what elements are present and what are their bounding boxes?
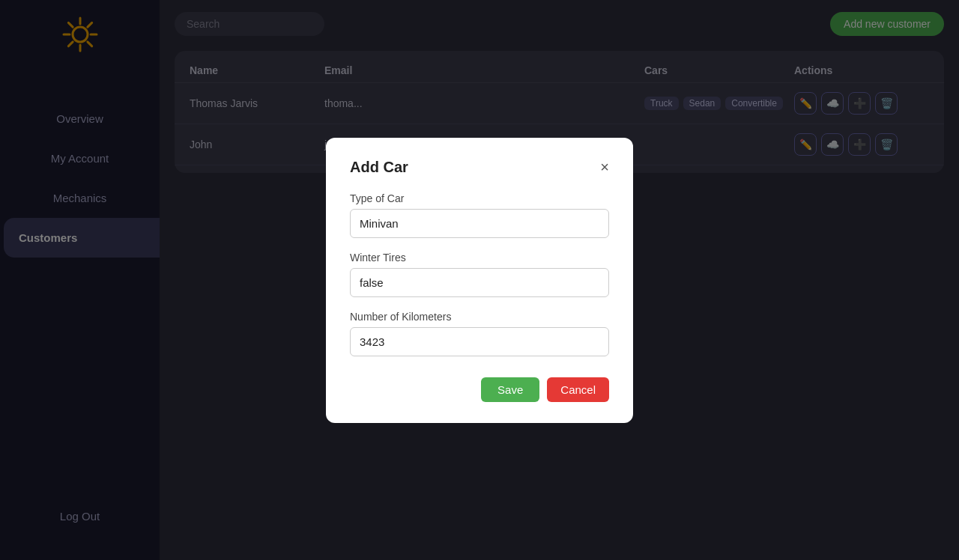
type-of-car-field: Type of Car: [350, 192, 609, 238]
type-of-car-input[interactable]: [350, 209, 609, 238]
winter-tires-input[interactable]: [350, 268, 609, 297]
modal-overlay: Add Car × Type of Car Winter Tires Numbe…: [0, 0, 959, 560]
cancel-button[interactable]: Cancel: [547, 377, 609, 402]
modal-header: Add Car ×: [350, 159, 609, 176]
number-of-kilometers-input[interactable]: [350, 327, 609, 356]
type-of-car-label: Type of Car: [350, 192, 609, 204]
modal-footer: Save Cancel: [350, 377, 609, 402]
number-of-kilometers-field: Number of Kilometers: [350, 311, 609, 356]
modal-close-button[interactable]: ×: [600, 159, 609, 174]
winter-tires-label: Winter Tires: [350, 252, 609, 264]
add-car-modal: Add Car × Type of Car Winter Tires Numbe…: [326, 138, 633, 423]
number-of-kilometers-label: Number of Kilometers: [350, 311, 609, 323]
winter-tires-field: Winter Tires: [350, 252, 609, 297]
save-button[interactable]: Save: [481, 377, 539, 402]
modal-title: Add Car: [350, 159, 408, 176]
